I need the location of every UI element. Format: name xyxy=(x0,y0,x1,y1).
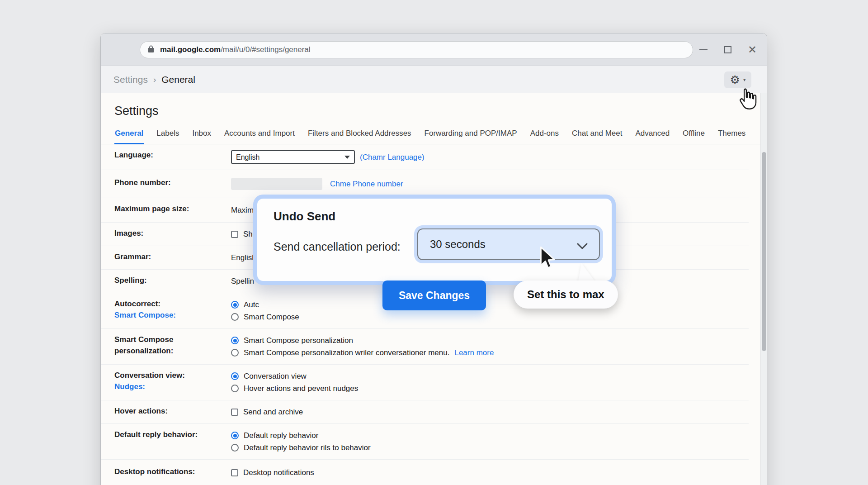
default-reply-radio-on[interactable] xyxy=(231,432,239,439)
page-title: Settings xyxy=(114,104,767,118)
window-controls: ✕ xyxy=(698,33,758,66)
breadcrumb-bar: Settings › General ⚙ ▾ xyxy=(101,66,767,93)
maximize-icon xyxy=(724,46,731,53)
tab-forwarding[interactable]: Forwarding and POP/IMAP xyxy=(424,125,518,144)
row-smart-compose-personalization: Smart Compose personalization: Smart Com… xyxy=(101,329,749,365)
row-phone-number: Phone number: Chme Phone number xyxy=(101,170,749,198)
close-button[interactable]: ✕ xyxy=(747,44,758,55)
tab-themes[interactable]: Themes xyxy=(717,125,746,144)
gear-icon: ⚙ xyxy=(730,74,740,86)
set-this-to-max-tooltip: Set this to max xyxy=(514,281,618,309)
row-label: Default reply behavior: xyxy=(114,429,231,440)
breadcrumb-settings[interactable]: Settings xyxy=(113,74,148,85)
tab-filters[interactable]: Filters and Blocked Addresses xyxy=(307,125,412,144)
url-text: mail.google.com/mail/u/0/#settings/gener… xyxy=(160,45,311,54)
default-reply-radio-off[interactable] xyxy=(231,444,239,452)
scrollbar-track[interactable] xyxy=(760,93,767,485)
row-label: Spelling: xyxy=(114,275,231,286)
settings-gear-button[interactable]: ⚙ ▾ xyxy=(724,71,751,88)
autocorrect-radio-on[interactable] xyxy=(231,301,239,309)
row-label: Grammar: xyxy=(114,251,231,262)
change-language-link[interactable]: (Chamr Language) xyxy=(360,152,425,163)
scp-radio-off[interactable] xyxy=(231,349,239,357)
row-label: Images: xyxy=(114,228,231,239)
close-icon: ✕ xyxy=(748,44,757,55)
row-label: Hover actions: xyxy=(114,405,231,417)
chevron-down-icon: ▾ xyxy=(743,77,746,83)
learn-more-link[interactable]: Learn more xyxy=(454,347,494,358)
tab-labels[interactable]: Labels xyxy=(156,125,179,144)
tab-add-ons[interactable]: Add-ons xyxy=(530,125,559,144)
cancellation-period-dropdown[interactable]: 30 seconds xyxy=(417,228,600,260)
lock-icon[interactable] xyxy=(147,45,155,55)
row-hover-actions: Hover actions: Send and archive xyxy=(101,400,749,424)
grammar-text: Englisl xyxy=(231,252,254,263)
row-label: Maximum page size: xyxy=(114,203,231,214)
settings-tabs: General Labels Inbox Accounts and Import… xyxy=(101,125,767,144)
save-changes-button[interactable]: Save Changes xyxy=(382,281,486,310)
checkbox-label: Desktop notifications xyxy=(243,467,314,478)
language-select[interactable]: English xyxy=(231,150,355,164)
breadcrumb-general: General xyxy=(161,74,195,85)
radio-label: Conversation view xyxy=(244,371,307,382)
select-caret-icon xyxy=(344,156,350,159)
row-label: Smart Compose personalization: xyxy=(114,334,231,357)
cancellation-period-label: Send cancellation period: xyxy=(274,240,401,253)
smart-compose-radio-off[interactable] xyxy=(231,313,239,321)
popup-title: Undo Send xyxy=(274,209,335,223)
row-label: Phone number: xyxy=(114,177,231,188)
scrollbar-thumb[interactable] xyxy=(762,152,766,351)
chevron-down-icon xyxy=(576,240,588,253)
radio-label: Default reply behavior xyxy=(244,430,318,441)
hover-actions-checkbox[interactable] xyxy=(231,409,238,416)
minimize-button[interactable] xyxy=(698,44,709,55)
tab-inbox[interactable]: Inbox xyxy=(192,125,212,144)
maximize-button[interactable] xyxy=(722,44,733,55)
row-conversation-view: Conversation view: Nudges: Conversation … xyxy=(101,365,749,400)
tab-offline[interactable]: Offline xyxy=(682,125,705,144)
desktop-notifications-checkbox[interactable] xyxy=(231,469,238,476)
change-phone-link[interactable]: Chme Phone number xyxy=(330,178,403,190)
browser-chrome: mail.google.com/mail/u/0/#settings/gener… xyxy=(101,33,767,66)
nudges-link[interactable]: Nudges: xyxy=(114,381,231,392)
dropdown-value: 30 seconds xyxy=(430,238,486,251)
tab-general[interactable]: General xyxy=(114,125,144,144)
row-label: Desktop notifications: xyxy=(114,466,231,477)
url-bar[interactable]: mail.google.com/mail/u/0/#settings/gener… xyxy=(140,41,693,58)
radio-label: Smart Compose personalization xyxy=(244,335,353,346)
row-label: Conversation view: xyxy=(114,371,185,380)
conversation-view-radio-on[interactable] xyxy=(231,372,239,380)
url-domain: mail.google.com xyxy=(160,45,221,54)
tab-chat-and-meet[interactable]: Chat and Meet xyxy=(571,125,623,144)
row-default-reply: Default reply behavior: Default reply be… xyxy=(101,424,749,460)
breadcrumb-separator: › xyxy=(153,75,156,85)
row-label: Autocorrect: xyxy=(114,300,160,308)
spelling-text: Spellin xyxy=(231,276,254,287)
radio-label: Smart Compose personalization wriler con… xyxy=(244,347,449,358)
row-label: Language: xyxy=(114,149,231,161)
cursor-arrow-icon xyxy=(536,246,559,272)
undo-send-popup: Undo Send Send cancellation period: 30 s… xyxy=(253,195,616,285)
phone-number-input[interactable] xyxy=(231,178,322,190)
radio-label: Hover actions and pevent nudges xyxy=(244,383,358,394)
url-path: /mail/u/0/#settings/general xyxy=(221,45,310,54)
radio-label: Smart Compose xyxy=(244,311,299,323)
checkbox-label: Send and archive xyxy=(243,406,303,418)
tab-accounts-and-import[interactable]: Accounts and Import xyxy=(224,125,295,144)
images-checkbox[interactable] xyxy=(231,231,238,238)
row-language: Language: English (Chamr Language) xyxy=(101,144,749,170)
radio-label: Default reply behavior rils to behavior xyxy=(244,442,371,453)
radio-label: Autc xyxy=(244,299,259,310)
smart-compose-link[interactable]: Smart Compose: xyxy=(114,309,231,321)
tab-advanced[interactable]: Advanced xyxy=(635,125,670,144)
hand-cursor-icon xyxy=(736,87,760,114)
row-desktop-notifications: Desktop notifications: Desktop notificat… xyxy=(101,460,749,485)
scp-radio-on[interactable] xyxy=(231,337,239,344)
minimize-icon xyxy=(699,49,708,50)
nudges-radio-off[interactable] xyxy=(231,385,239,392)
